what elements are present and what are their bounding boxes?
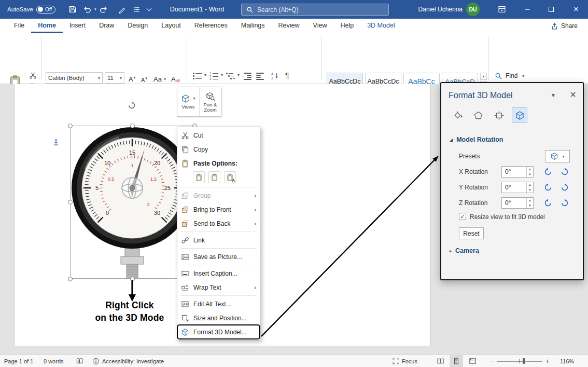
resize-handle-nw[interactable] — [68, 124, 73, 128]
increase-indent-button[interactable] — [256, 73, 264, 80]
accessibility-checker[interactable]: Accessibility: Investigate — [92, 355, 164, 367]
web-layout-button[interactable] — [466, 355, 479, 367]
menu-item-insert-caption[interactable]: Insert Caption... — [177, 266, 260, 280]
rotate-x-left-button[interactable] — [542, 166, 554, 178]
resize-handle-w[interactable] — [68, 200, 73, 205]
resize-handle-sw[interactable] — [68, 277, 73, 281]
menu-item-edit-alt-text[interactable]: Edit Alt Text... — [177, 297, 260, 311]
word-count[interactable]: 0 words — [44, 355, 64, 367]
menu-item-cut[interactable]: Cut — [177, 128, 260, 142]
share-button[interactable]: Share — [545, 19, 583, 33]
save-button[interactable] — [68, 0, 77, 19]
multilevel-list-button[interactable]: ▾ — [226, 73, 240, 79]
tab-3d-model[interactable]: 3D Model — [360, 19, 402, 33]
decrease-indent-button[interactable] — [244, 73, 251, 80]
resize-view-checkbox[interactable]: ✓ — [459, 213, 466, 220]
spin-up-icon[interactable]: ▲ — [527, 198, 533, 203]
avatar[interactable]: DU — [466, 3, 480, 16]
menu-item-bring-to-front[interactable]: Bring to Front› — [177, 202, 260, 216]
numbering-button[interactable]: 123▾ — [209, 73, 223, 80]
tab-help[interactable]: Help — [333, 19, 360, 33]
cut-button[interactable] — [29, 72, 37, 79]
zoom-in-button[interactable]: + — [545, 355, 550, 367]
menu-item-link[interactable]: Link — [177, 233, 260, 247]
font-size-dropdown-arrow-icon[interactable]: ▾ — [120, 76, 122, 80]
close-button[interactable]: × — [564, 0, 588, 19]
panel-tab-fill[interactable] — [450, 107, 465, 123]
rotate-z-right-button[interactable] — [558, 197, 571, 209]
menu-item-format-3d-model[interactable]: Format 3D Model... — [177, 325, 260, 339]
find-button[interactable]: Find▾ — [495, 71, 524, 81]
redo-button[interactable] — [100, 0, 108, 19]
grow-font-button[interactable]: A▴ — [129, 73, 135, 83]
font-name-combo[interactable]: Calibri (Body)▾ — [46, 72, 103, 84]
tab-view[interactable]: View — [306, 19, 334, 33]
tab-home[interactable]: Home — [31, 19, 63, 33]
account-button[interactable]: DU — [466, 0, 480, 19]
paste-keep-formatting-button[interactable] — [193, 171, 205, 183]
menu-item-copy[interactable]: Copy — [177, 142, 260, 156]
x-rotation-spinner[interactable]: 0° ▲▼ — [501, 166, 534, 178]
maximize-button[interactable] — [540, 0, 562, 19]
rotate-y-right-button[interactable] — [558, 181, 571, 194]
minimize-button[interactable]: ─ — [516, 0, 538, 19]
rotate-x-right-button[interactable] — [558, 166, 571, 178]
zoom-out-button[interactable]: − — [490, 355, 494, 367]
spin-down-icon[interactable]: ▼ — [527, 172, 533, 177]
tab-review[interactable]: Review — [272, 19, 306, 33]
quick-access-list-button[interactable] — [133, 0, 141, 19]
autosave-toggle[interactable]: AutoSave Off — [7, 0, 55, 19]
camera-section-header[interactable]: ▸ Camera — [450, 247, 479, 254]
y-rotation-spinner[interactable]: 0° ▲▼ — [501, 182, 534, 193]
menu-item-save-as-picture[interactable]: Save as Picture... — [177, 250, 260, 264]
rotate-z-left-button[interactable] — [542, 197, 554, 209]
spin-up-icon[interactable]: ▲ — [527, 182, 533, 187]
draw-tool-button[interactable] — [118, 0, 126, 19]
focus-button[interactable]: Focus — [392, 355, 417, 367]
bullets-button[interactable]: ▾ — [193, 73, 206, 79]
resize-handle-s[interactable] — [130, 277, 135, 281]
menu-item-size-and-position[interactable]: Size and Position... — [177, 311, 260, 325]
ribbon-display-options-button[interactable] — [494, 0, 510, 19]
menu-item-wrap-text[interactable]: Wrap Text› — [177, 280, 260, 294]
annotation-text[interactable]: Right Click on the 3D Mode — [73, 299, 187, 324]
pan-zoom-button[interactable]: Pan & Zoom — [199, 87, 221, 116]
tab-mailings[interactable]: Mailings — [234, 19, 272, 33]
clear-formatting-button[interactable]: A — [171, 73, 180, 83]
reset-button[interactable]: Reset — [459, 227, 484, 239]
tab-references[interactable]: References — [188, 19, 234, 33]
read-mode-button[interactable] — [433, 355, 447, 367]
undo-button[interactable]: ▾ — [83, 0, 96, 19]
zoom-slider-track[interactable] — [497, 361, 542, 362]
search-box[interactable] — [241, 4, 389, 16]
menu-item-send-to-back[interactable]: Send to Back› — [177, 216, 260, 230]
tab-layout[interactable]: Layout — [155, 19, 188, 33]
font-name-dropdown-arrow-icon[interactable]: ▾ — [98, 76, 100, 80]
font-size-combo[interactable]: 11▾ — [105, 72, 124, 84]
shrink-font-button[interactable]: A▾ — [141, 73, 147, 83]
undo-dropdown-arrow-icon[interactable]: ▾ — [94, 7, 96, 11]
sort-button[interactable] — [271, 72, 279, 80]
tab-file[interactable]: File — [7, 19, 31, 33]
spin-down-icon[interactable]: ▼ — [527, 187, 533, 193]
spin-down-icon[interactable]: ▼ — [527, 203, 533, 208]
styles-scroll-up-button[interactable]: ▴ — [480, 73, 487, 80]
tab-design[interactable]: Design — [121, 19, 155, 33]
change-case-button[interactable]: Aa▾ — [153, 73, 166, 83]
paste-text-only-button[interactable]: A — [224, 171, 236, 183]
print-layout-button[interactable] — [450, 355, 463, 367]
paste-merge-formatting-button[interactable] — [208, 171, 220, 183]
panel-options-chevron-icon[interactable]: ▼ — [551, 92, 556, 98]
panel-tab-layout-properties[interactable] — [491, 107, 507, 123]
customize-quick-access-button[interactable] — [147, 0, 151, 19]
search-input[interactable] — [257, 6, 371, 13]
tab-draw[interactable]: Draw — [92, 19, 121, 33]
zoom-level[interactable]: 116% — [560, 355, 574, 367]
page-indicator[interactable]: Page 1 of 1 — [4, 355, 33, 367]
panel-tab-3d-model[interactable] — [512, 107, 527, 123]
rotate-y-left-button[interactable] — [542, 181, 554, 194]
panel-tab-effects[interactable] — [470, 107, 486, 123]
z-rotation-spinner[interactable]: 0° ▲▼ — [501, 197, 534, 209]
panel-close-button[interactable]: ✕ — [570, 90, 577, 100]
rotate-handle[interactable] — [127, 101, 136, 110]
